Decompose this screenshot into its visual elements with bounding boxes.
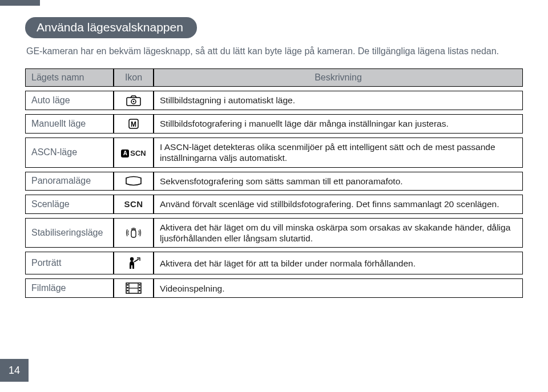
- mode-icon: SCN: [114, 195, 154, 213]
- mode-icon: [114, 172, 154, 191]
- svg-rect-12: [139, 284, 140, 286]
- page-content: Använda lägesvalsknappen GE-kameran har …: [0, 0, 548, 302]
- mode-name: Porträtt: [25, 252, 114, 274]
- portrait-icon: [126, 256, 141, 270]
- header-name: Lägets namn: [25, 68, 114, 87]
- mode-name: Scenläge: [25, 195, 114, 213]
- panorama-icon: [125, 176, 142, 186]
- intro-text: GE-kameran har en bekväm lägesknapp, så …: [26, 46, 523, 56]
- mode-desc: Använd förvalt scenläge vid stillbildsfo…: [154, 195, 523, 213]
- mode-icon: [114, 91, 154, 110]
- mode-name: Stabiliseringsläge: [25, 218, 114, 248]
- mode-icon: [114, 278, 154, 298]
- svg-point-2: [133, 101, 135, 103]
- table-row: Stabiliseringsläge Aktivera det här läge…: [25, 218, 523, 248]
- mode-name: Manuellt läge: [25, 114, 114, 134]
- mode-desc: Stillbildsfotografering i manuellt läge …: [154, 114, 523, 134]
- camera-auto-icon: [126, 95, 141, 106]
- mode-desc: Aktivera det här läget för att ta bilder…: [154, 252, 523, 274]
- mode-desc: Videoinspelning.: [154, 278, 523, 298]
- mode-desc: Stillbildstagning i automatiskt läge.: [154, 91, 523, 110]
- table-row: Manuellt läge M Stillbildsfotografering …: [25, 114, 523, 134]
- table-row: Scenläge SCN Använd förvalt scenläge vid…: [25, 195, 523, 213]
- mode-icon: [114, 252, 154, 274]
- page-number: 14: [0, 359, 29, 382]
- mode-name: Panoramaläge: [25, 172, 114, 191]
- table-row: Filmläge Videoinspelni: [25, 278, 523, 298]
- table-row: Panoramaläge Sekvensfotografering som sä…: [25, 172, 523, 191]
- mode-icon: M: [114, 114, 154, 134]
- mode-name: Auto läge: [25, 91, 114, 110]
- section-title: Använda lägesvalsknappen: [25, 17, 197, 38]
- mode-icon: ASCN: [114, 138, 154, 168]
- mode-desc: Aktivera det här läget om du vill minska…: [154, 218, 523, 248]
- table-row: ASCN-läge ASCN I ASCN-läget detekteras o…: [25, 138, 523, 168]
- mode-icon: [114, 218, 154, 248]
- svg-rect-13: [139, 287, 140, 289]
- m-badge-icon: M: [128, 118, 139, 130]
- film-icon: [126, 282, 142, 294]
- svg-rect-10: [127, 287, 128, 289]
- header-icon: Ikon: [114, 68, 154, 87]
- svg-point-5: [130, 257, 134, 261]
- svg-rect-9: [127, 284, 128, 286]
- modes-table: Lägets namn Ikon Beskrivning Auto läge S…: [25, 64, 523, 302]
- mode-desc: I ASCN-läget detekteras olika scenmiljöe…: [154, 138, 523, 168]
- header-desc: Beskrivning: [154, 68, 523, 87]
- scn-text-icon: SCN: [124, 199, 143, 209]
- table-row: Porträtt Aktivera det här läget för att …: [25, 252, 523, 274]
- stabilize-icon: [126, 226, 142, 240]
- ascn-icon: ASCN: [121, 149, 146, 157]
- mode-name: Filmläge: [25, 278, 114, 298]
- svg-rect-14: [139, 290, 140, 292]
- mode-name: ASCN-läge: [25, 138, 114, 168]
- table-header-row: Lägets namn Ikon Beskrivning: [25, 68, 523, 87]
- top-strip: [0, 0, 40, 6]
- svg-text:M: M: [131, 120, 136, 128]
- table-row: Auto läge Stillbildstagning i automatisk…: [25, 91, 523, 110]
- mode-desc: Sekvensfotografering som sätts samman ti…: [154, 172, 523, 191]
- svg-rect-11: [127, 290, 128, 292]
